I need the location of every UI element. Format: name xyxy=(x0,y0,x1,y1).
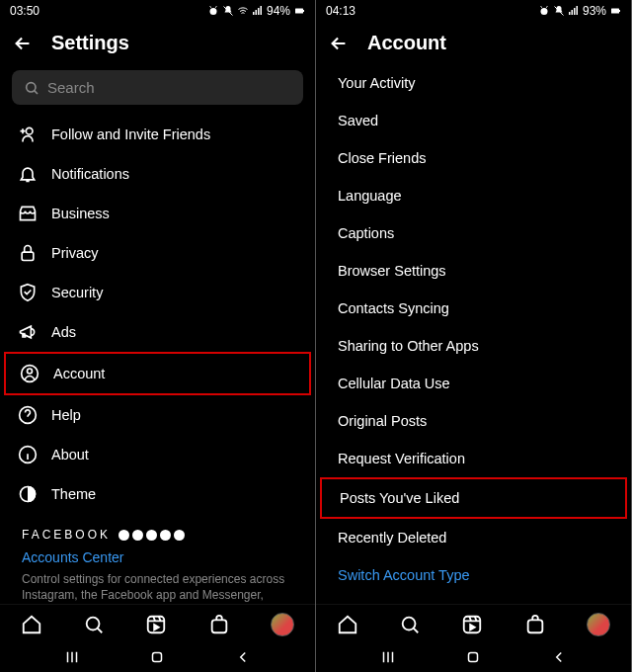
svg-point-2 xyxy=(209,8,216,15)
battery-icon xyxy=(293,5,305,17)
svg-rect-31 xyxy=(611,9,619,14)
account-icon xyxy=(20,364,40,383)
svg-rect-32 xyxy=(619,10,620,12)
item-label: Close Friends xyxy=(338,150,426,166)
reels-icon[interactable] xyxy=(145,614,167,635)
search-nav-icon[interactable] xyxy=(83,614,105,635)
item-notifications[interactable]: Notifications xyxy=(4,154,311,194)
alarm-icon xyxy=(538,5,550,17)
facebook-brand: FACEBOOK xyxy=(22,528,293,542)
phone-settings: 03:50 94% Settings Search Follow and Inv… xyxy=(0,0,316,672)
accounts-center-link[interactable]: Accounts Center xyxy=(22,549,293,565)
search-icon xyxy=(24,80,40,96)
status-bar: 04:13 93% xyxy=(316,0,631,22)
wifi-icon xyxy=(237,5,249,17)
link-add-professional-account[interactable]: Add New Professional Account xyxy=(320,594,627,604)
back-icon[interactable] xyxy=(12,33,34,54)
item-label: Contacts Syncing xyxy=(338,300,449,316)
svg-rect-19 xyxy=(148,617,165,633)
item-sharing-apps[interactable]: Sharing to Other Apps xyxy=(320,327,627,365)
help-icon xyxy=(18,405,38,425)
link-switch-account-type[interactable]: Switch Account Type xyxy=(320,556,627,594)
item-business[interactable]: Business xyxy=(4,194,311,233)
item-recently-deleted[interactable]: Recently Deleted xyxy=(320,519,627,556)
svg-rect-27 xyxy=(569,12,571,15)
item-request-verification[interactable]: Request Verification xyxy=(320,440,627,477)
lock-icon xyxy=(18,243,38,263)
item-theme[interactable]: Theme xyxy=(4,474,311,514)
status-time: 03:50 xyxy=(10,4,40,18)
item-follow-invite[interactable]: Follow and Invite Friends xyxy=(4,115,311,154)
home-sys-icon[interactable] xyxy=(464,648,482,666)
item-label: Business xyxy=(51,206,110,221)
search-input[interactable]: Search xyxy=(12,70,303,105)
info-icon xyxy=(18,445,38,464)
search-placeholder: Search xyxy=(47,79,95,96)
header: Settings xyxy=(0,22,315,64)
item-browser-settings[interactable]: Browser Settings xyxy=(320,252,627,290)
item-label: About xyxy=(51,447,89,462)
theme-icon xyxy=(18,484,38,504)
bottom-nav xyxy=(0,604,315,640)
battery-pct: 94% xyxy=(267,4,290,18)
item-saved[interactable]: Saved xyxy=(320,102,627,139)
item-language[interactable]: Language xyxy=(320,177,627,214)
item-label: Ads xyxy=(51,324,76,340)
item-posts-youve-liked[interactable]: Posts You've Liked xyxy=(320,477,627,519)
settings-list: Follow and Invite Friends Notifications … xyxy=(0,115,315,604)
item-security[interactable]: Security xyxy=(4,273,311,312)
back-sys-icon[interactable] xyxy=(234,648,252,666)
shop-nav-icon[interactable] xyxy=(524,614,546,635)
recents-icon[interactable] xyxy=(63,648,81,666)
item-label: Language xyxy=(338,188,402,204)
item-label: Account xyxy=(53,366,105,381)
footer-desc: Control settings for connected experienc… xyxy=(22,571,293,604)
back-icon[interactable] xyxy=(328,33,350,54)
link-label: Switch Account Type xyxy=(338,567,470,583)
item-label: Sharing to Other Apps xyxy=(338,338,479,354)
item-label: Posts You've Liked xyxy=(340,490,459,506)
system-nav xyxy=(0,640,315,672)
svg-point-25 xyxy=(540,8,547,15)
system-nav xyxy=(316,640,631,672)
shop-nav-icon[interactable] xyxy=(208,614,230,635)
svg-point-18 xyxy=(87,618,100,630)
item-help[interactable]: Help xyxy=(4,395,311,435)
phone-account: 04:13 93% Account Your Activity Saved Cl… xyxy=(316,0,632,672)
item-label: Theme xyxy=(51,486,96,502)
svg-rect-5 xyxy=(255,10,257,15)
mute-icon xyxy=(222,5,234,17)
svg-point-11 xyxy=(26,127,33,134)
svg-rect-7 xyxy=(260,6,262,15)
item-contacts-syncing[interactable]: Contacts Syncing xyxy=(320,290,627,327)
bell-icon xyxy=(18,164,38,184)
svg-point-33 xyxy=(403,618,416,630)
item-cellular-data[interactable]: Cellular Data Use xyxy=(320,365,627,402)
item-label: Original Posts xyxy=(338,413,427,429)
signal-icon xyxy=(252,5,264,17)
svg-rect-30 xyxy=(576,6,578,15)
item-account[interactable]: Account xyxy=(4,352,311,395)
item-original-posts[interactable]: Original Posts xyxy=(320,402,627,440)
item-label: Request Verification xyxy=(338,451,465,466)
home-icon[interactable] xyxy=(21,614,42,635)
item-ads[interactable]: Ads xyxy=(4,312,311,352)
home-sys-icon[interactable] xyxy=(148,648,166,666)
svg-rect-12 xyxy=(22,252,34,260)
profile-avatar[interactable] xyxy=(587,613,610,636)
battery-pct: 93% xyxy=(583,4,606,18)
item-captions[interactable]: Captions xyxy=(320,214,627,252)
item-label: Captions xyxy=(338,225,394,241)
recents-icon[interactable] xyxy=(379,648,397,666)
home-icon[interactable] xyxy=(337,614,358,635)
bottom-nav xyxy=(316,604,631,640)
search-nav-icon[interactable] xyxy=(399,614,421,635)
item-your-activity[interactable]: Your Activity xyxy=(320,64,627,102)
reels-icon[interactable] xyxy=(461,614,483,635)
item-close-friends[interactable]: Close Friends xyxy=(320,139,627,177)
profile-avatar[interactable] xyxy=(271,613,294,636)
item-about[interactable]: About xyxy=(4,435,311,474)
svg-point-10 xyxy=(27,82,36,91)
item-privacy[interactable]: Privacy xyxy=(4,233,311,273)
back-sys-icon[interactable] xyxy=(550,648,568,666)
